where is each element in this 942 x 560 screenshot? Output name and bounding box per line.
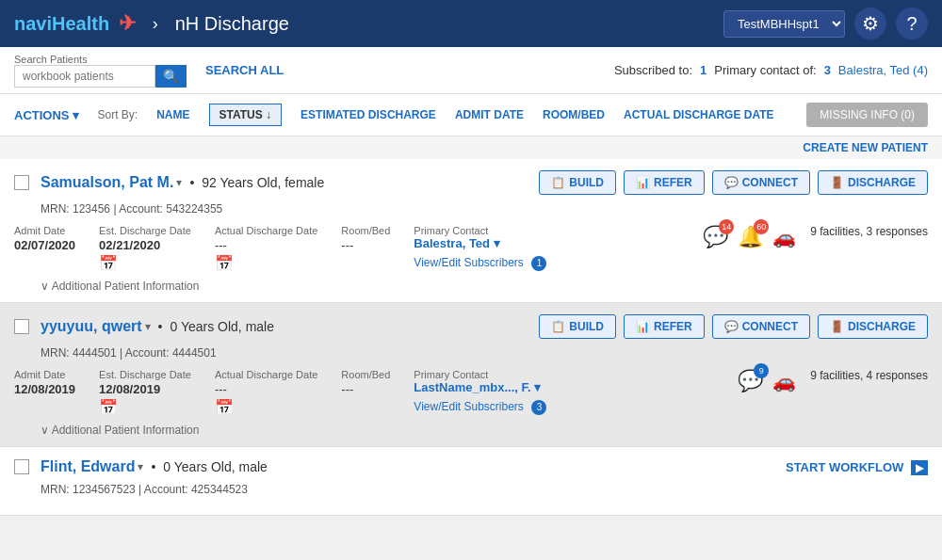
create-patient-row: CREATE NEW PATIENT xyxy=(0,136,942,159)
patient-name-dropdown-3[interactable]: ▾ xyxy=(138,460,143,473)
refer-button-2[interactable]: 📊 REFER xyxy=(624,314,705,339)
build-button-2[interactable]: 📋 BUILD xyxy=(539,314,616,339)
patient-name-3[interactable]: Flint, Edward xyxy=(41,458,135,475)
search-all-button[interactable]: SEARCH ALL xyxy=(205,63,284,77)
calendar-icon-act-2[interactable]: 📅 xyxy=(215,398,317,416)
additional-info-1[interactable]: ∨ Additional Patient Information xyxy=(41,280,928,293)
patient-name-1[interactable]: Samualson, Pat M. xyxy=(41,174,173,191)
additional-info-toggle-2: ∨ xyxy=(41,424,52,437)
actual-discharge-group-2: Actual Discharge Date --- 📅 xyxy=(215,369,317,416)
search-field: Search Patients 🔍 xyxy=(14,54,187,88)
actions-label: ACTIONS xyxy=(14,108,70,122)
activity-badge-1: 60 xyxy=(754,219,769,234)
sort-estimated-discharge[interactable]: ESTIMATED DISCHARGE xyxy=(300,108,436,121)
logo-health: Health xyxy=(52,13,109,34)
room-bed-label-2: Room/Bed xyxy=(341,369,390,380)
detail-right-section-1: 💬 14 🔔 60 🚗 9 facilities, 3 responses xyxy=(684,225,928,249)
patient-checkbox-3[interactable] xyxy=(14,459,29,474)
patient-age-3: 0 Years Old, male xyxy=(163,459,268,474)
facility-select[interactable]: TestMBHHspt1 xyxy=(723,10,845,38)
build-button-1[interactable]: 📋 BUILD xyxy=(539,170,616,195)
header: naviHealth ✈ › nH Discharge TestMBHHspt1… xyxy=(0,0,942,47)
additional-info-2[interactable]: ∨ Additional Patient Information xyxy=(41,424,928,437)
chat-badge-2: 9 xyxy=(754,363,769,378)
toolbar: ACTIONS ▾ Sort By: NAME STATUS ↓ ESTIMAT… xyxy=(0,94,942,136)
connect-icon-2: 💬 xyxy=(724,320,739,333)
create-patient-link[interactable]: CREATE NEW PATIENT xyxy=(803,141,928,154)
patient-header-1: Samualson, Pat M. ▾ • 92 Years Old, fema… xyxy=(14,170,928,195)
actual-discharge-value-1: --- xyxy=(215,238,317,252)
detail-right-section-2: 💬 9 🚗 9 facilities, 4 responses xyxy=(719,369,928,393)
primary-contact-label-1: Primary Contact xyxy=(414,225,546,236)
calendar-icon-act-1[interactable]: 📅 xyxy=(215,254,317,272)
room-bed-label-1: Room/Bed xyxy=(341,225,390,236)
calendar-icon-1[interactable]: 📅 xyxy=(99,254,191,272)
search-button[interactable]: 🔍 xyxy=(155,65,187,88)
start-workflow-button-3[interactable]: START WORKFLOW ▶ xyxy=(786,460,928,474)
patient-age-1: 92 Years Old, female xyxy=(202,175,324,190)
patient-mrn-3: MRN: 1234567523 | Account: 425344523 xyxy=(41,483,928,496)
view-subscribers-1[interactable]: View/Edit Subscribers 1 xyxy=(414,255,546,271)
chat-icon-2[interactable]: 💬 9 xyxy=(738,369,763,393)
est-discharge-label-2: Est. Discharge Date xyxy=(99,369,191,380)
room-bed-value-1: --- xyxy=(341,238,390,252)
help-icon[interactable]: ? xyxy=(896,8,928,40)
sort-actual-discharge[interactable]: ACTUAL DISCHARGE DATE xyxy=(624,108,774,121)
est-discharge-group-1: Est. Discharge Date 02/21/2020 📅 xyxy=(99,225,191,272)
sort-label: Sort By: xyxy=(98,108,138,121)
chat-icon-1[interactable]: 💬 14 xyxy=(703,225,728,249)
activity-icon-1[interactable]: 🔔 60 xyxy=(738,225,763,249)
admit-date-value-1: 02/07/2020 xyxy=(14,238,75,252)
search-input[interactable] xyxy=(14,65,155,88)
icon-group-1: 💬 14 🔔 60 🚗 xyxy=(703,225,796,249)
build-icon-2: 📋 xyxy=(551,320,565,333)
patient-name-dropdown-1[interactable]: ▾ xyxy=(176,176,182,189)
missing-info-button[interactable]: MISSING INFO (0) xyxy=(806,103,928,127)
room-bed-group-2: Room/Bed --- xyxy=(341,369,390,396)
search-label: Search Patients xyxy=(14,54,187,65)
patient-header-2: yyuyuu, qwert ▾ • 0 Years Old, male 📋 BU… xyxy=(14,314,928,339)
est-discharge-value-2: 12/08/2019 xyxy=(99,382,191,396)
actual-discharge-label-2: Actual Discharge Date xyxy=(215,369,317,380)
patient-detail-row-1: Admit Date 02/07/2020 Est. Discharge Dat… xyxy=(14,225,928,272)
patient-age-sep-2: • xyxy=(158,319,163,334)
actions-button[interactable]: ACTIONS ▾ xyxy=(14,108,79,122)
connect-icon-1: 💬 xyxy=(724,176,739,189)
primary-contact-label-2: Primary Contact xyxy=(414,369,546,380)
transport-icon-1: 🚗 xyxy=(772,226,796,248)
calendar-icon-2[interactable]: 📅 xyxy=(99,398,191,416)
actual-discharge-value-2: --- xyxy=(215,382,317,396)
patient-checkbox-2[interactable] xyxy=(14,319,29,334)
patient-actions-1: 📋 BUILD 📊 REFER 💬 CONNECT 🚪 DISCHARGE xyxy=(539,170,928,195)
contact-name-dropdown[interactable]: Balestra, Ted (4) xyxy=(838,63,928,77)
est-discharge-group-2: Est. Discharge Date 12/08/2019 📅 xyxy=(99,369,191,416)
header-right: TestMBHHspt1 ⚙ ? xyxy=(723,8,928,40)
transport-icon-2: 🚗 xyxy=(772,370,796,392)
primary-contact-value-1[interactable]: Balestra, Ted ▾ xyxy=(414,236,546,250)
patient-name-dropdown-2[interactable]: ▾ xyxy=(145,320,151,333)
sort-room-bed[interactable]: ROOM/BED xyxy=(543,108,605,121)
settings-icon[interactable]: ⚙ xyxy=(854,8,886,40)
discharge-icon-2: 🚪 xyxy=(830,320,844,333)
patient-name-2[interactable]: yyuyuu, qwert xyxy=(41,318,142,335)
subscribed-label: Subscribed to: xyxy=(614,63,692,77)
patient-card-3: Flint, Edward ▾ • 0 Years Old, male STAR… xyxy=(0,447,942,516)
primary-contact-value-2[interactable]: LastName_mbx..., F. ▾ xyxy=(414,380,546,394)
sort-admit-date[interactable]: ADMIT DATE xyxy=(455,108,524,121)
actions-dropdown-icon: ▾ xyxy=(73,108,79,122)
connect-button-2[interactable]: 💬 CONNECT xyxy=(712,314,810,339)
sort-status[interactable]: STATUS ↓ xyxy=(209,104,283,126)
actual-discharge-label-1: Actual Discharge Date xyxy=(215,225,317,236)
view-subscribers-2[interactable]: View/Edit Subscribers 3 xyxy=(414,399,546,415)
actual-discharge-group-1: Actual Discharge Date --- 📅 xyxy=(215,225,317,272)
patient-actions-3: START WORKFLOW ▶ xyxy=(786,460,928,474)
discharge-button-2[interactable]: 🚪 DISCHARGE xyxy=(818,314,928,339)
sort-name[interactable]: NAME xyxy=(156,108,189,121)
discharge-button-1[interactable]: 🚪 DISCHARGE xyxy=(818,170,928,195)
connect-button-1[interactable]: 💬 CONNECT xyxy=(712,170,810,195)
refer-button-1[interactable]: 📊 REFER xyxy=(624,170,705,195)
patient-checkbox-1[interactable] xyxy=(14,175,29,190)
facilities-text-2: 9 facilities, 4 responses xyxy=(810,369,928,382)
subscribed-info: Subscribed to: 1 Primary contact of: 3 B… xyxy=(614,63,928,77)
patient-age-sep-1: • xyxy=(189,175,194,190)
